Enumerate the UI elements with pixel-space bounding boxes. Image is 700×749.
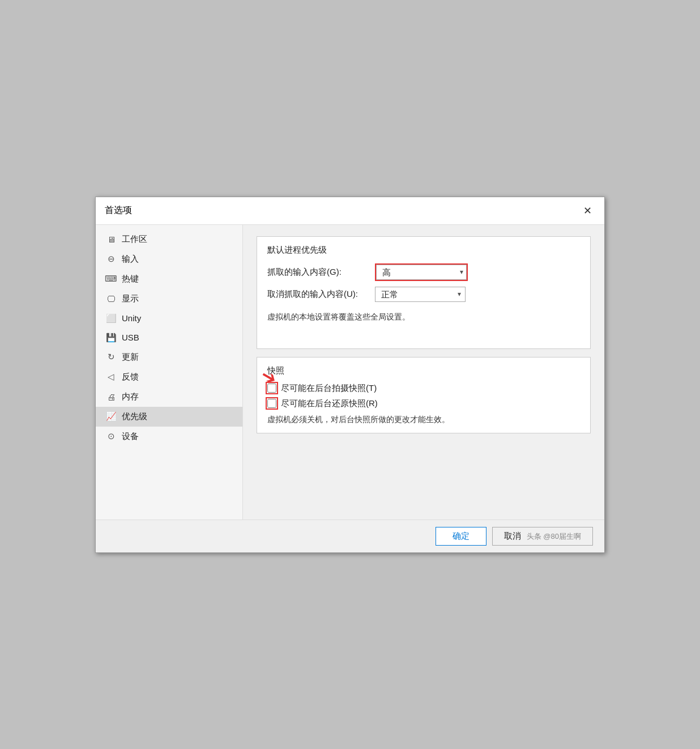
snapshot-bg-restore-label[interactable]: 尽可能在后台还原快照(R) [281, 398, 378, 409]
cancel-button[interactable]: 取消 头条 @80届生啊 [492, 527, 593, 546]
snapshot-capture-row: 尽可能在后台拍摄快照(T) [267, 383, 580, 394]
snapshot-bg-capture-checkbox[interactable] [267, 384, 276, 393]
title-bar: 首选项 ✕ [96, 197, 604, 225]
capture-highlight-box: 低 正常 高于正常 高 实时 [375, 263, 468, 281]
sidebar-item-usb[interactable]: 💾 USB [96, 328, 242, 347]
sidebar-item-label: 显示 [122, 293, 139, 304]
dialog-title: 首选项 [105, 205, 132, 216]
close-button[interactable]: ✕ [579, 203, 595, 219]
sidebar-item-label: USB [122, 333, 139, 342]
process-priority-title: 默认进程优先级 [267, 245, 580, 256]
sidebar-item-update[interactable]: ↻ 更新 [96, 347, 242, 367]
release-row: 取消抓取的输入内容(U): 低 正常 高于正常 高 实时 ▾ [267, 287, 580, 302]
capture-select[interactable]: 低 正常 高于正常 高 实时 [376, 265, 467, 280]
sidebar-item-label: 更新 [122, 352, 139, 363]
sidebar-item-label: 工作区 [122, 234, 147, 245]
snapshot-bg-capture-label[interactable]: 尽可能在后台拍摄快照(T) [281, 383, 377, 394]
sidebar-item-feedback[interactable]: ◁ 反馈 [96, 367, 242, 387]
sidebar-item-label: 输入 [122, 254, 139, 265]
sidebar: 🖥 工作区 ⊖ 输入 ⌨ 热键 🖵 显示 ⬜ Unity 💾 USB [96, 225, 243, 520]
sidebar-item-workspace[interactable]: 🖥 工作区 [96, 229, 242, 249]
snapshot-restore-row: 尽可能在后台还原快照(R) [267, 398, 580, 409]
update-icon: ↻ [105, 352, 117, 362]
ok-button[interactable]: 确定 [436, 527, 486, 546]
sidebar-item-priority[interactable]: 📈 优先级 [96, 407, 242, 427]
sidebar-item-label: 反馈 [122, 372, 139, 382]
workspace-icon: 🖥 [105, 235, 117, 244]
content-area: 默认进程优先级 抓取的输入内容(G): 低 正常 高于正常 高 实时 [243, 225, 604, 520]
hotkey-icon: ⌨ [105, 274, 117, 284]
capture-row: 抓取的输入内容(G): 低 正常 高于正常 高 实时 ▾ [267, 263, 580, 281]
memory-icon: 🖨 [105, 392, 117, 402]
input-icon: ⊖ [105, 254, 117, 264]
sidebar-item-label: Unity [122, 313, 141, 323]
capture-label: 抓取的输入内容(G): [267, 267, 369, 278]
device-icon: ⊙ [105, 431, 117, 441]
usb-icon: 💾 [105, 333, 117, 343]
display-icon: 🖵 [105, 294, 117, 304]
release-select-wrapper: 低 正常 高于正常 高 实时 ▾ [375, 287, 466, 302]
capture-select-wrapper: 低 正常 高于正常 高 实时 ▾ [375, 263, 468, 281]
sidebar-item-unity[interactable]: ⬜ Unity [96, 309, 242, 328]
sidebar-item-display[interactable]: 🖵 显示 [96, 289, 242, 309]
watermark: 头条 @80届生啊 [527, 532, 581, 541]
sidebar-item-label: 设备 [122, 431, 139, 442]
release-select[interactable]: 低 正常 高于正常 高 实时 [375, 287, 466, 302]
sidebar-item-input[interactable]: ⊖ 输入 [96, 249, 242, 269]
release-label: 取消抓取的输入内容(U): [267, 289, 369, 300]
priority-icon: 📈 [105, 411, 117, 422]
sidebar-item-label: 热键 [122, 274, 139, 284]
sidebar-item-device[interactable]: ⊙ 设备 [96, 427, 242, 446]
snapshot-title: 快照 [267, 365, 580, 376]
snapshot-bg-restore-checkbox[interactable] [267, 399, 276, 408]
preferences-dialog: 首选项 ✕ 🖥 工作区 ⊖ 输入 ⌨ 热键 🖵 显示 ⬜ U [95, 197, 605, 553]
sidebar-item-label: 内存 [122, 391, 139, 402]
sidebar-item-memory[interactable]: 🖨 内存 [96, 387, 242, 407]
sidebar-item-hotkey[interactable]: ⌨ 热键 [96, 269, 242, 289]
priority-section: 默认进程优先级 抓取的输入内容(G): 低 正常 高于正常 高 实时 [257, 236, 591, 349]
sidebar-item-label: 优先级 [122, 411, 147, 422]
snapshot-note: 虚拟机必须关机，对后台快照所做的更改才能生效。 [267, 415, 580, 425]
feedback-icon: ◁ [105, 372, 117, 382]
unity-icon: ⬜ [105, 313, 117, 324]
dialog-footer: 确定 取消 头条 @80届生啊 [96, 520, 604, 552]
dialog-body: 🖥 工作区 ⊖ 输入 ⌨ 热键 🖵 显示 ⬜ Unity 💾 USB [96, 225, 604, 520]
snapshot-section: 快照 ➔ 尽可能在后台拍摄快照(T) 尽可能在后台还原快照(R) 虚拟机必须关机… [257, 357, 591, 433]
vm-note: 虚拟机的本地设置将覆盖这些全局设置。 [267, 308, 580, 327]
